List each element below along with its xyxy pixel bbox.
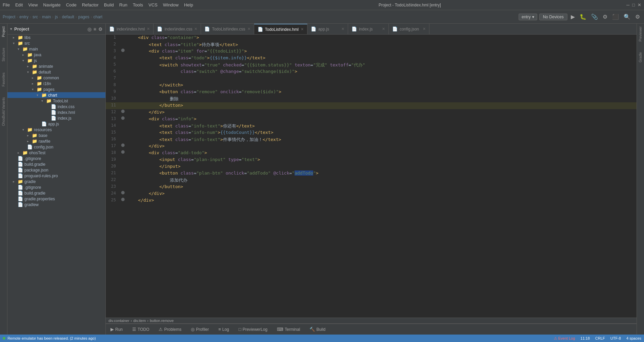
tree-item-buildgradle1[interactable]: 📄 build.gradle [7,161,105,167]
code-line-6[interactable]: 6 class="switch" @change="switchChange($… [106,68,637,75]
menu-file[interactable]: File [3,2,10,7]
tree-item-java[interactable]: ▸ 📁 java [7,52,105,58]
code-line-3[interactable]: 3 ⬤ <div class="item" for="{{todoList}}"… [106,48,637,55]
menu-edit[interactable]: Edit [15,2,23,7]
status-charset[interactable]: UTF-8 [610,336,621,340]
tree-item-gradle[interactable]: ▸ 📁 gradle [7,179,105,184]
preferences-icon[interactable]: ⚙ [634,13,641,21]
activity-project[interactable]: Project [0,25,7,38]
code-line-22[interactable]: 22 添加代办 [106,177,637,184]
tree-item-resources[interactable]: ▾ 📁 resources [7,127,105,133]
tree-item-gitignore2[interactable]: 📄 .gitignore [7,184,105,190]
code-line-4[interactable]: 4 <text class="todo">{{$item.info}}</tex… [106,55,637,62]
code-line-19[interactable]: 19 <input class="plan-input" type="text"… [106,157,637,163]
status-crlf[interactable]: CRLF [595,336,605,340]
menu-build[interactable]: Build [104,2,114,7]
minimize-btn[interactable]: ─ [626,2,629,7]
code-line-2[interactable]: 2 <text class="title">待办事项</text> [106,41,637,48]
code-line-1[interactable]: 1 <div class="container"> [106,35,637,41]
code-line-17[interactable]: 17 ⬤ </div> [106,143,637,150]
tab-close-btn[interactable]: ✕ [301,27,304,32]
tab-todolist-index-css[interactable]: 📄 TodoList\index.css ✕ [201,24,254,34]
tree-item-base[interactable]: ▸ 📁 base [7,133,105,138]
code-line-11[interactable]: 11 </button> [106,102,637,109]
code-line-12[interactable]: 12 ⬤ </div> [106,109,637,116]
bottom-tab-previewerlog[interactable]: □ PreviewerLog [237,326,269,333]
debug-icon[interactable]: 🐛 [578,13,588,21]
sidebar-collapse-icon[interactable]: ≡ [94,26,96,32]
tab-close-btn[interactable]: ✕ [423,27,426,31]
run-icon[interactable]: ▶ [569,13,576,21]
tree-item-main[interactable]: ▾ 📁 main [7,46,105,52]
tree-item-js[interactable]: ▾ 📁 js [7,58,105,63]
stop-icon[interactable]: ⬛ [611,13,620,21]
code-line-25[interactable]: 25 ⬤ </div> [106,197,637,204]
menu-window[interactable]: Window [163,2,179,7]
code-line-15[interactable]: 15 <text class="info-num">{{todoCount}}<… [106,129,637,136]
code-line-13[interactable]: 13 ⬤ <div class="info"> [106,116,637,123]
breadcrumb-div-item[interactable]: div.item [133,319,146,323]
tree-item-indexcss[interactable]: 📄 index.css [7,104,105,109]
tree-item-src[interactable]: ▾ 📁 src [7,40,105,46]
tab-index-index-hml[interactable]: 📄 index\index.hml ✕ [106,24,154,34]
tree-item-packagejson[interactable]: 📄 package.json [7,167,105,173]
gradle-right-icon[interactable]: Gradle [637,51,644,64]
tab-close-btn[interactable]: ✕ [147,27,150,31]
bottom-tab-run[interactable]: ▶ Run [108,326,125,333]
tree-item-animate[interactable]: ▸ 📁 animate [7,63,105,69]
maximize-btn[interactable]: □ [632,2,635,7]
bottom-tab-terminal[interactable]: ⌨ Terminal [275,326,302,333]
tree-item-gradleprops[interactable]: 📄 gradle.properties [7,196,105,202]
tab-close-btn[interactable]: ✕ [382,27,385,31]
menu-tools[interactable]: Tools [133,2,143,7]
code-line-5[interactable]: 5 <switch showtext="true" checked="{{$it… [106,62,637,68]
code-line-18[interactable]: 18 ⬤ <div class="add-todo"> [106,150,637,157]
bottom-tab-profiler[interactable]: ◎ Profiler [189,326,211,333]
code-line-16[interactable]: 16 <text class="info-text">件事情代办，加油！</te… [106,136,637,143]
activity-favorites[interactable]: Favorites [0,71,7,88]
tab-index-js[interactable]: 📄 index.js ✕ [348,24,389,34]
bottom-tab-todo[interactable]: ☰ TODO [130,326,151,333]
no-devices-button[interactable]: No Devices [539,14,567,20]
code-line-23[interactable]: 23 </button> [106,184,637,190]
tree-item-indexjs[interactable]: 📄 index.js [7,115,105,121]
code-line-24[interactable]: 24 ⬤ </div> [106,190,637,197]
search-icon[interactable]: 🔍 [622,13,632,21]
breadcrumb-button-remove[interactable]: button.remove [150,319,174,323]
tree-item-common[interactable]: ▸ 📁 common [7,75,105,81]
settings-icon[interactable]: ⚙ [601,13,609,21]
code-editor[interactable]: 1 <div class="container"> 2 <text class=… [106,35,637,318]
menu-navigate[interactable]: Navigate [43,2,60,7]
menu-help[interactable]: Help [184,2,193,7]
bottom-tab-log[interactable]: ≡ Log [216,326,231,333]
tree-item-default[interactable]: ▾ 📁 default [7,69,105,75]
activity-ohosbuild[interactable]: OhosBuild Variants [0,96,7,127]
tree-item-gitignore1[interactable]: 📄 .gitignore [7,156,105,161]
bottom-tab-build[interactable]: 🔨 Build [307,326,327,333]
breadcrumb-div-container[interactable]: div.container [108,319,129,323]
tree-item-indexhml[interactable]: 📄 index.hml [7,109,105,115]
menu-refactor[interactable]: Refactor [82,2,99,7]
previewer-icon[interactable]: Previewer [637,25,644,43]
tree-item-config-main[interactable]: 📄 config.json [7,144,105,150]
tab-close-btn[interactable]: ✕ [247,27,250,31]
sidebar-settings-icon[interactable]: ⚙ [98,26,103,32]
tree-item-libs[interactable]: ▸ 📁 libs [7,35,105,40]
tree-item-gradlew[interactable]: 📄 gradlew [7,202,105,207]
code-line-9[interactable]: 9 <button class="remove" onclick="remove… [106,89,637,96]
bottom-tab-problems[interactable]: ⚠ Problems [157,326,183,333]
code-line-10[interactable]: 10 删除 [106,96,637,102]
tab-index-index-css[interactable]: 📄 index\index.css ✕ [154,24,201,34]
event-log-icon[interactable]: ⚠ Event Log [554,336,575,341]
tree-item-i18n[interactable]: ▸ 📁 i18n [7,81,105,86]
tab-close-btn[interactable]: ✕ [341,27,344,31]
menu-view[interactable]: View [28,2,38,7]
code-line-8[interactable]: 8 </switch> [106,82,637,89]
status-spaces[interactable]: 4 spaces [626,336,641,340]
code-line-14[interactable]: 14 <text class="info-text">你还有</text> [106,123,637,129]
tree-item-proguard[interactable]: 📄 proguard-rules.pro [7,173,105,179]
tab-app-js[interactable]: 📄 app.js ✕ [307,24,348,34]
tab-config-json[interactable]: 📄 config.json ✕ [389,24,429,34]
tree-item-ohostest[interactable]: ▸ 📁 ohosTest [7,150,105,156]
project-dropdown-icon[interactable]: ▾ [10,27,12,31]
